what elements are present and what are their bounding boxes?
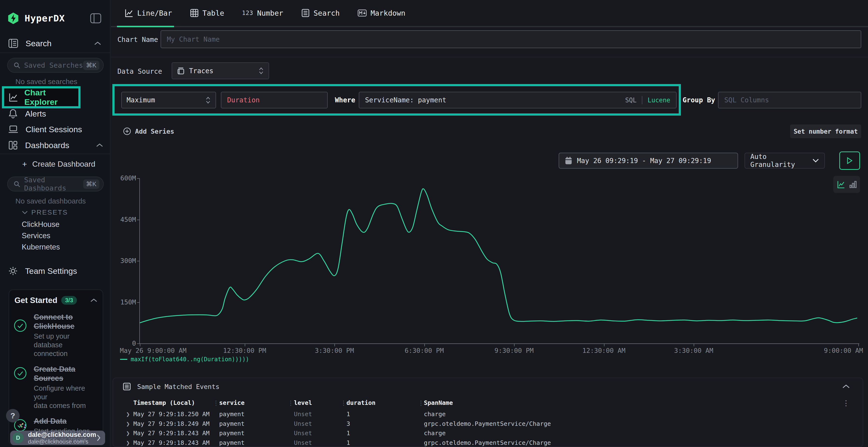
table-cell: 1 xyxy=(346,429,350,437)
table-row[interactable]: ❯May 27 9:29:18.243 AMpaymentUnset1charg… xyxy=(113,429,863,439)
column-header[interactable]: Timestamp (Local) xyxy=(133,399,195,406)
plus-circle-icon xyxy=(123,127,131,135)
table-cell: charge xyxy=(424,429,445,437)
legend-label: maxIf(toFloat640..ng(Duration))))) xyxy=(131,356,249,363)
x-tick-label: 3:30:00 PM xyxy=(315,347,354,354)
chart-name-input[interactable]: My Chart Name xyxy=(161,30,861,48)
chart-name-label: Chart Name xyxy=(117,36,158,44)
column-header[interactable]: duration xyxy=(346,399,375,406)
tab-line-bar[interactable]: Line/Bar xyxy=(125,9,172,18)
data-source-select[interactable]: Traces xyxy=(172,62,269,79)
sidebar-item-client-sessions[interactable]: Client Sessions xyxy=(0,122,110,137)
tab-markdown[interactable]: Markdown xyxy=(358,9,406,18)
table-cell: payment xyxy=(219,439,245,446)
chevron-up-icon[interactable] xyxy=(96,143,103,147)
get-started-item[interactable]: Connect to ClickHouse Set up your databa… xyxy=(9,307,103,359)
x-tick-label: May 26 9:00:00 AM xyxy=(120,347,186,354)
table-cell: May 27 9:29:18.243 AM xyxy=(133,429,210,437)
sidebar-section-search[interactable]: Search xyxy=(0,37,110,50)
markdown-icon xyxy=(358,9,367,16)
avatar: D xyxy=(12,432,24,443)
group-by-input[interactable]: SQL Columns xyxy=(718,92,861,108)
sample-matched-events-panel: Sample Matched Events ⋮ Timestamp (Local… xyxy=(113,378,863,447)
x-tick-label: 12:30:00 PM xyxy=(223,347,266,354)
preset-clickhouse[interactable]: ClickHouse xyxy=(22,220,60,229)
column-header[interactable]: level xyxy=(294,399,312,406)
sidebar-item-team-settings[interactable]: Team Settings xyxy=(0,263,110,279)
events-panel-header: Sample Matched Events xyxy=(123,382,219,391)
table-cell: grpc.oteldemo.PaymentService/Charge xyxy=(424,420,551,427)
divider xyxy=(111,57,868,57)
table-cell: 1 xyxy=(346,411,350,418)
line-chart-icon xyxy=(125,9,133,18)
chevron-down-icon xyxy=(812,159,819,163)
aggregation-select[interactable]: Maximum xyxy=(121,92,216,108)
get-started-progress-badge: 3/3 xyxy=(61,296,77,305)
hyperdx-logo-icon xyxy=(8,12,19,24)
x-tick-label: 6:30:00 PM xyxy=(405,347,444,354)
sql-mode-toggle[interactable]: SQL xyxy=(625,97,637,104)
y-tick-label: 600M xyxy=(111,174,136,182)
tab-table[interactable]: Table xyxy=(190,9,224,18)
sidebar-item-alerts[interactable]: Alerts xyxy=(0,106,110,122)
table-cell: 3 xyxy=(346,420,350,427)
search-icon xyxy=(13,181,20,187)
saved-searches-input[interactable]: Saved Searches ⌘K xyxy=(7,58,104,73)
bell-icon xyxy=(8,109,18,119)
tab-search[interactable]: Search xyxy=(301,9,340,18)
sidebar: HyperDX Search Saved Searches ⌘K No save… xyxy=(0,0,111,447)
column-header[interactable]: SpanName xyxy=(424,399,453,406)
dashboards-icon xyxy=(8,140,18,150)
table-cell: payment xyxy=(219,420,245,427)
table-row[interactable]: ❯May 27 9:29:18.250 AMpaymentUnset1charg… xyxy=(113,411,863,420)
row-expand-icon[interactable]: ❯ xyxy=(126,420,130,427)
chevron-up-icon[interactable] xyxy=(90,298,97,303)
get-started-item[interactable]: Create Data Sources Configure where your… xyxy=(9,359,103,411)
field-input[interactable]: Duration xyxy=(221,92,328,108)
create-dashboard-button[interactable]: + Create Dashboard xyxy=(0,157,110,171)
table-row[interactable]: ❯May 27 9:29:18.249 AMpaymentUnset3grpc.… xyxy=(113,420,863,429)
saved-dashboards-input[interactable]: Saved Dashboards ⌘K xyxy=(7,176,104,192)
where-input[interactable]: ServiceName: payment SQL Lucene xyxy=(359,92,677,108)
column-header[interactable]: service xyxy=(219,399,245,406)
tab-number[interactable]: 123 Number xyxy=(242,9,283,18)
check-circle-icon xyxy=(13,367,27,380)
row-expand-icon[interactable]: ❯ xyxy=(126,429,130,437)
presets-toggle[interactable]: PRESETS xyxy=(22,209,68,216)
sidebar-item-chart-explorer[interactable]: Chart Explorer xyxy=(2,86,81,108)
row-expand-icon[interactable]: ❯ xyxy=(126,411,130,418)
list-icon xyxy=(123,382,131,391)
preset-services[interactable]: Services xyxy=(22,232,51,240)
y-tick-label: 150M xyxy=(111,299,136,306)
chevron-right-icon xyxy=(96,434,101,442)
y-tick-label: 450M xyxy=(111,216,136,223)
x-axis xyxy=(137,343,859,344)
user-menu[interactable]: D dale@clickhouse.com dale@clickhouse.co… xyxy=(10,431,105,445)
chevron-up-icon[interactable] xyxy=(842,384,850,389)
run-query-button[interactable] xyxy=(839,151,860,170)
sidebar-item-dashboards[interactable]: Dashboards xyxy=(0,138,110,153)
chevron-up-icon[interactable] xyxy=(94,41,101,45)
x-tick-label: 12:30:00 AM xyxy=(582,347,625,354)
table-row[interactable]: ❯May 27 9:29:18.243 AMpaymentUnset1grpc.… xyxy=(113,439,863,447)
date-range-picker[interactable]: May 26 09:29:19 - May 27 09:29:19 xyxy=(559,153,738,169)
sidebar-collapse-icon[interactable] xyxy=(90,13,101,23)
granularity-select[interactable]: Auto Granularity xyxy=(745,153,825,169)
table-cell: charge xyxy=(424,411,445,418)
column-resize-handle[interactable]: ⋮ xyxy=(288,399,294,407)
column-resize-handle[interactable]: ⋮ xyxy=(213,399,219,407)
add-series-button[interactable]: Add Series xyxy=(123,127,174,135)
data-source-label: Data Source xyxy=(117,67,162,75)
chart-legend: maxIf(toFloat640..ng(Duration))))) xyxy=(120,356,249,363)
row-expand-icon[interactable]: ❯ xyxy=(126,439,130,447)
set-number-format-button[interactable]: Set number format xyxy=(790,125,861,138)
lucene-mode-toggle[interactable]: Lucene xyxy=(648,97,670,104)
column-resize-handle[interactable]: ⋮ xyxy=(418,399,424,407)
table-cell: May 27 9:29:18.249 AM xyxy=(133,420,210,427)
preset-kubernetes[interactable]: Kubernetes xyxy=(22,243,60,251)
column-resize-handle[interactable]: ⋮ xyxy=(340,399,347,407)
app-header: HyperDX xyxy=(0,10,110,26)
help-button[interactable]: ? xyxy=(6,409,20,422)
timeseries-chart[interactable] xyxy=(140,178,858,343)
search-list-icon xyxy=(301,9,310,18)
